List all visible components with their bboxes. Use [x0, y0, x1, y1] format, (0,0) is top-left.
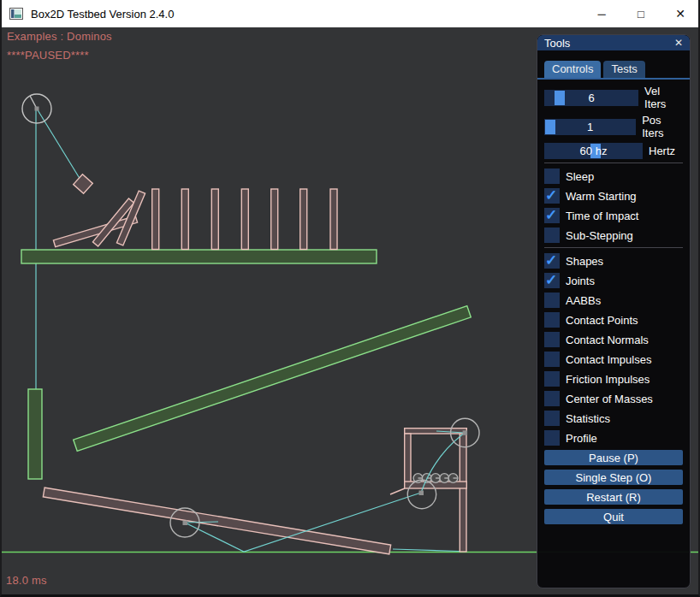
os-titlebar: Box2D Testbed Version 2.4.0 ─ □ ✕ — [0, 0, 700, 27]
paused-label: ****PAUSED**** — [7, 49, 89, 62]
checkbox-box[interactable] — [544, 411, 560, 426]
domino — [181, 189, 188, 250]
checkbox-label: Statistics — [566, 412, 610, 425]
domino-platform — [21, 250, 377, 263]
checkbox-label: Profile — [566, 432, 597, 445]
domino — [271, 189, 278, 250]
checkbox-center-of-masses[interactable]: Center of Masses — [544, 391, 683, 406]
checkbox-box[interactable] — [544, 371, 560, 387]
checkbox-statistics[interactable]: Statistics — [544, 411, 683, 426]
checkbox-label: Contact Impulses — [566, 353, 651, 366]
maximize-button[interactable]: □ — [621, 0, 661, 27]
checkbox-box[interactable] — [544, 273, 560, 288]
vertical-slab — [28, 389, 42, 479]
checkbox-label: Time of Impact — [566, 210, 638, 222]
checkbox-box[interactable] — [544, 312, 560, 328]
seesaw-plank — [43, 488, 390, 554]
joint-anchor — [183, 521, 188, 526]
frame-left-post — [405, 434, 411, 487]
checkbox-contact-impulses[interactable]: Contact Impulses — [544, 352, 683, 367]
checkbox-label: Shapes — [566, 255, 603, 268]
checkbox-box[interactable] — [544, 168, 560, 184]
checkbox-box[interactable] — [544, 188, 560, 204]
checkbox-box[interactable] — [544, 391, 560, 406]
checkbox-label: Contact Normals — [566, 334, 649, 346]
tools-tabbar: Controls Tests — [544, 61, 683, 78]
checkbox-contact-points[interactable]: Contact Points — [544, 312, 683, 328]
checkbox-warm-starting[interactable]: Warm Starting — [544, 188, 683, 204]
minimize-button[interactable]: ─ — [582, 0, 621, 27]
checkbox-joints[interactable]: Joints — [544, 273, 683, 288]
pos-iters-label: Pos Iters — [642, 114, 683, 139]
joint-anchor — [419, 491, 424, 496]
tab-controls[interactable]: Controls — [544, 61, 601, 78]
separator — [544, 163, 683, 163]
hertz-slider[interactable]: 60 hz — [544, 143, 643, 159]
checkbox-box[interactable] — [544, 332, 560, 347]
restart-button[interactable]: Restart (R) — [544, 489, 683, 505]
checkbox-label: Sub-Stepping — [566, 229, 633, 242]
frame-right-post — [460, 434, 466, 552]
slider-row-vel-iters: 6 Vel Iters — [544, 85, 683, 110]
checkbox-time-of-impact[interactable]: Time of Impact — [544, 208, 683, 223]
slider-row-pos-iters: 1 Pos Iters — [544, 114, 683, 139]
checkbox-label: Friction Impulses — [566, 373, 650, 386]
close-button[interactable]: ✕ — [661, 0, 700, 27]
slider-row-hertz: 60 hz Hertz — [544, 143, 683, 159]
separator — [544, 247, 683, 248]
single-step-button[interactable]: Single Step (O) — [544, 470, 683, 485]
tab-tests[interactable]: Tests — [603, 61, 644, 78]
joint-anchor — [35, 107, 39, 111]
domino — [241, 189, 248, 250]
checkbox-label: Joints — [566, 275, 595, 287]
checkbox-box[interactable] — [544, 430, 560, 446]
tools-titlebar[interactable]: Tools ✕ — [537, 35, 690, 50]
domino — [152, 189, 159, 250]
checkbox-box[interactable] — [544, 293, 560, 308]
vel-iters-slider[interactable]: 6 — [544, 90, 638, 106]
pos-iters-slider[interactable]: 1 — [544, 119, 636, 135]
tools-close-icon[interactable]: ✕ — [674, 37, 683, 49]
joint-anchor — [463, 430, 468, 435]
app-icon — [9, 7, 23, 21]
checkbox-box[interactable] — [544, 352, 560, 367]
frame-edge — [390, 488, 405, 494]
checkbox-label: Warm Starting — [566, 190, 637, 203]
quit-button[interactable]: Quit — [544, 509, 683, 524]
checkbox-aabbs[interactable]: AABBs — [544, 293, 683, 308]
domino — [300, 189, 307, 250]
frame-time-label: 18.0 ms — [6, 574, 47, 587]
checkbox-label: AABBs — [566, 294, 601, 307]
pause-button[interactable]: Pause (P) — [544, 450, 683, 465]
hanging-box — [74, 174, 93, 194]
checkbox-profile[interactable]: Profile — [544, 430, 683, 446]
checkbox-label: Contact Points — [566, 314, 638, 327]
checkbox-sleep[interactable]: Sleep — [544, 168, 683, 184]
checkbox-box[interactable] — [544, 208, 560, 223]
checkbox-friction-impulses[interactable]: Friction Impulses — [544, 371, 683, 387]
example-label: Examples : Dominos — [7, 30, 112, 43]
checkbox-box[interactable] — [544, 228, 560, 243]
checkbox-sub-stepping[interactable]: Sub-Stepping — [544, 228, 683, 243]
tools-title: Tools — [544, 37, 570, 50]
vel-iters-label: Vel Iters — [644, 85, 683, 110]
checkbox-label: Center of Masses — [566, 393, 653, 405]
checkbox-shapes[interactable]: Shapes — [544, 253, 683, 269]
hertz-label: Hertz — [649, 145, 675, 157]
checkbox-box[interactable] — [544, 253, 560, 269]
domino — [211, 189, 218, 250]
window-title: Box2D Testbed Version 2.4.0 — [31, 8, 174, 21]
checkbox-label: Sleep — [566, 170, 594, 183]
domino — [330, 189, 337, 250]
tools-window: Tools ✕ Controls Tests 6 Vel Iters 1 Pos… — [537, 34, 691, 588]
joint-line-diagonal — [37, 109, 83, 184]
checkbox-contact-normals[interactable]: Contact Normals — [544, 332, 683, 347]
